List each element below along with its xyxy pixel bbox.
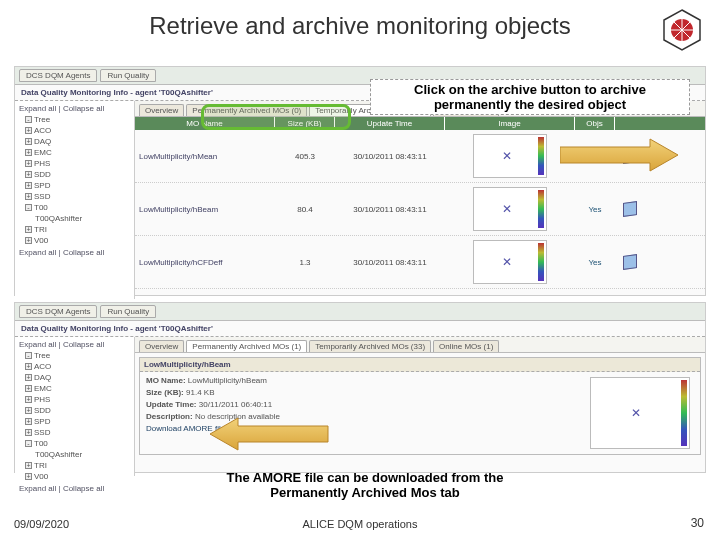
- alice-logo: ALICE: [660, 8, 704, 52]
- footer-center: ALICE DQM operations: [303, 518, 418, 530]
- cell-image: ✕: [445, 130, 575, 182]
- tree-root[interactable]: Tree: [34, 351, 50, 360]
- agent-tree: Expand all | Collapse all -Tree +ACO +DA…: [15, 337, 135, 476]
- plot-thumbnail[interactable]: ✕: [473, 240, 547, 284]
- cell-time: 30/10/2011 08:43:11: [335, 256, 445, 269]
- tree-node[interactable]: T00: [34, 203, 48, 212]
- tree-node[interactable]: PHS: [34, 395, 50, 404]
- detail-preview: ✕: [580, 372, 700, 454]
- expand-all-link[interactable]: Expand all: [19, 104, 56, 113]
- tree-toggle-icon[interactable]: +: [25, 407, 32, 414]
- tree-node[interactable]: EMC: [34, 384, 52, 393]
- tab-dqm-agents[interactable]: DCS DQM Agents: [19, 69, 97, 82]
- tree-toggle-icon[interactable]: +: [25, 160, 32, 167]
- tree-toggle-icon[interactable]: +: [25, 462, 32, 469]
- tree-node[interactable]: SPD: [34, 417, 50, 426]
- arrow-to-archive-icon: [560, 135, 680, 175]
- tree-toggle-icon[interactable]: +: [25, 385, 32, 392]
- svg-marker-8: [210, 418, 328, 450]
- cell-time: 30/10/2011 08:43:11: [335, 150, 445, 163]
- tree-toggle-icon[interactable]: +: [25, 374, 32, 381]
- tree-toggle-icon[interactable]: -: [25, 204, 32, 211]
- tree-node[interactable]: EMC: [34, 148, 52, 157]
- archive-button-icon[interactable]: [623, 201, 637, 217]
- callout-archive: Click on the archive button to archive p…: [370, 79, 690, 115]
- agent-tree: Expand all | Collapse all -Tree +ACO +DA…: [15, 101, 135, 299]
- tree-toggle-icon[interactable]: +: [25, 127, 32, 134]
- tree-node[interactable]: TRI: [34, 461, 47, 470]
- cell-obj: Yes: [575, 256, 615, 269]
- cell-image: ✕: [445, 236, 575, 288]
- inner-tabs: Overview Permanently Archived MOs (1) Te…: [135, 337, 705, 353]
- tree-node[interactable]: DAQ: [34, 137, 51, 146]
- tab-online-mos[interactable]: Online MOs (1): [433, 340, 499, 352]
- tab-overview[interactable]: Overview: [139, 104, 184, 116]
- tree-node-selected[interactable]: T00QAshifter: [35, 450, 82, 459]
- plot-thumbnail[interactable]: ✕: [473, 187, 547, 231]
- tree-root[interactable]: Tree: [34, 115, 50, 124]
- tree-toggle-icon[interactable]: +: [25, 429, 32, 436]
- archive-button-icon[interactable]: [623, 254, 637, 270]
- tab-run-quality[interactable]: Run Quality: [100, 305, 156, 318]
- tab-dqm-agents[interactable]: DCS DQM Agents: [19, 305, 97, 318]
- tree-toggle-icon[interactable]: +: [25, 363, 32, 370]
- cell-image: ✕: [445, 183, 575, 235]
- table-row[interactable]: LowMultiplicity/hBeam 80.4 30/10/2011 08…: [135, 183, 705, 236]
- tree-toggle-icon[interactable]: +: [25, 138, 32, 145]
- table-row[interactable]: LowMultiplicity/hCFDeff 1.3 30/10/2011 0…: [135, 236, 705, 289]
- label-desc: Description:: [146, 412, 193, 421]
- tree-node[interactable]: SPD: [34, 181, 50, 190]
- tree-node[interactable]: DAQ: [34, 373, 51, 382]
- tree-toggle-icon[interactable]: +: [25, 171, 32, 178]
- tree-toggle-icon[interactable]: +: [25, 473, 32, 480]
- col-update-time: Update Time: [335, 117, 445, 130]
- tree-node[interactable]: SDD: [34, 406, 51, 415]
- tree-node[interactable]: SDD: [34, 170, 51, 179]
- tree-toggle-icon[interactable]: +: [25, 193, 32, 200]
- expand-all-link[interactable]: Expand all: [19, 248, 56, 257]
- plot-thumbnail[interactable]: ✕: [473, 134, 547, 178]
- tree-toggle-icon[interactable]: +: [25, 182, 32, 189]
- plot-thumbnail[interactable]: ✕: [590, 377, 690, 449]
- tree-node[interactable]: V00: [34, 236, 48, 245]
- collapse-all-link[interactable]: Collapse all: [63, 104, 104, 113]
- cell-mo-name: LowMultiplicity/hMean: [135, 150, 275, 163]
- tree-node[interactable]: PHS: [34, 159, 50, 168]
- tree-node[interactable]: SSD: [34, 192, 50, 201]
- tree-toggle-icon[interactable]: -: [25, 352, 32, 359]
- collapse-all-link[interactable]: Collapse all: [63, 340, 104, 349]
- tree-toggle-icon[interactable]: +: [25, 396, 32, 403]
- value-mo-name: LowMultiplicity/hBeam: [188, 376, 267, 385]
- cell-mo-name: LowMultiplicity/hBeam: [135, 203, 275, 216]
- tab-perm-archived[interactable]: Permanently Archived MOs (1): [186, 340, 307, 352]
- tree-node[interactable]: ACO: [34, 126, 51, 135]
- tree-node[interactable]: T00: [34, 439, 48, 448]
- cell-obj: Yes: [575, 203, 615, 216]
- tab-run-quality[interactable]: Run Quality: [100, 69, 156, 82]
- tree-toggle-icon[interactable]: +: [25, 226, 32, 233]
- main-area: Overview Permanently Archived MOs (1) Te…: [135, 337, 705, 476]
- tree-node[interactable]: SSD: [34, 428, 50, 437]
- arrow-to-download-link: [210, 414, 330, 454]
- detail-fields: MO Name: LowMultiplicity/hBeam Size (KB)…: [140, 372, 580, 454]
- outer-tabs: DCS DQM Agents Run Quality: [15, 303, 705, 321]
- tree-node[interactable]: V00: [34, 472, 48, 481]
- tree-toggle-icon[interactable]: -: [25, 116, 32, 123]
- collapse-all-link[interactable]: Collapse all: [63, 484, 104, 493]
- tree-toggle-icon[interactable]: +: [25, 237, 32, 244]
- tree-toggle-icon[interactable]: +: [25, 418, 32, 425]
- dqm-panel-bottom: DCS DQM Agents Run Quality Data Quality …: [14, 302, 706, 473]
- expand-all-link[interactable]: Expand all: [19, 484, 56, 493]
- tree-toggle-icon[interactable]: +: [25, 149, 32, 156]
- tree-toggle-icon[interactable]: -: [25, 440, 32, 447]
- tab-temp-archived[interactable]: Temporarily Archived MOs (33): [309, 340, 431, 352]
- tree-node[interactable]: ACO: [34, 362, 51, 371]
- value-size: 91.4 KB: [186, 388, 214, 397]
- collapse-all-link[interactable]: Collapse all: [63, 248, 104, 257]
- tree-node-selected[interactable]: T00QAshifter: [35, 214, 82, 223]
- tree-node[interactable]: TRI: [34, 225, 47, 234]
- col-objs: Objs: [575, 117, 615, 130]
- tab-overview[interactable]: Overview: [139, 340, 184, 352]
- footer-page-number: 30: [691, 516, 704, 530]
- expand-all-link[interactable]: Expand all: [19, 340, 56, 349]
